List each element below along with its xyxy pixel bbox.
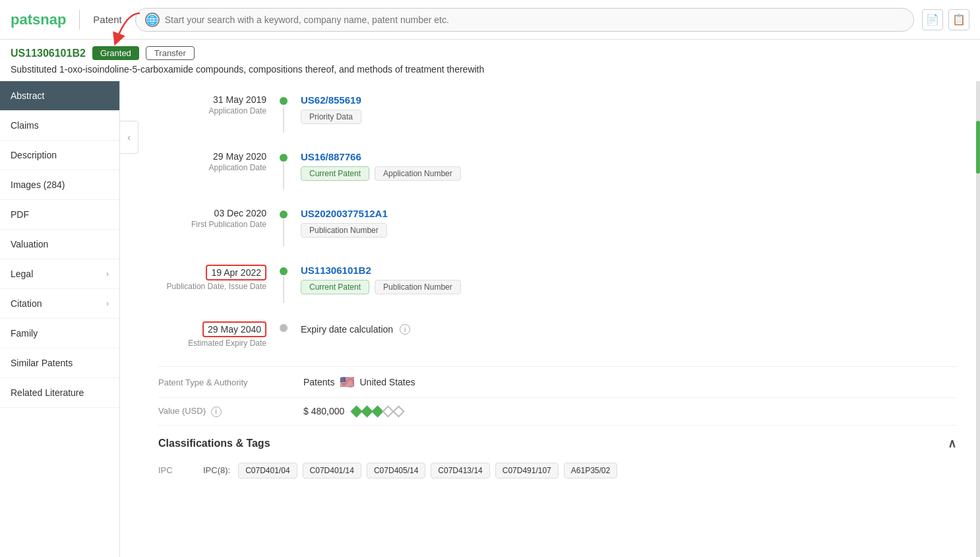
sidebar-item-legal[interactable]: Legal › (0, 259, 119, 289)
timeline-line (283, 163, 284, 189)
tag-row: Current Patent Publication Number (301, 280, 956, 294)
info-icon[interactable]: i (400, 324, 410, 335)
sidebar-item-label: Legal (11, 269, 33, 279)
ipc-tag[interactable]: C07D401/04 (238, 463, 297, 478)
value-label: Value (USD) i (158, 406, 290, 417)
sidebar-item-label: Similar Patents (11, 358, 73, 368)
tag-row: Current Patent Application Number (301, 166, 956, 181)
ipc-tag[interactable]: C07D491/107 (495, 463, 559, 478)
timeline-date-expiry-highlighted: 29 May 2040 (202, 321, 266, 337)
scroll-back-button[interactable]: ‹ (120, 121, 138, 154)
sidebar-item-abstract[interactable]: Abstract (0, 81, 119, 111)
timeline-date: 03 Dec 2020 (158, 208, 266, 218)
timeline-dot-area (277, 151, 290, 189)
expiry-text-row: Expiry date calculation i (301, 324, 956, 335)
timeline-dot (280, 267, 288, 275)
sidebar-item-claims[interactable]: Claims (0, 111, 119, 141)
search-area[interactable]: 🌐 (135, 8, 914, 32)
sidebar-item-family[interactable]: Family (0, 319, 119, 348)
tag-row: Priority Data (301, 110, 956, 124)
timeline-dot (280, 211, 288, 218)
timeline-id: US16/887766 (301, 151, 956, 162)
timeline-left: 03 Dec 2020 First Publication Date (158, 208, 277, 229)
tag-publication-number: Publication Number (301, 223, 387, 238)
logo[interactable]: patsnap (11, 11, 66, 28)
scrollbar-thumb[interactable] (976, 121, 980, 174)
timeline-left: 29 May 2020 Application Date (158, 151, 277, 172)
sidebar-item-label: PDF (11, 209, 29, 220)
value-text: $ 480,000 (303, 406, 344, 416)
timeline-line (283, 277, 284, 303)
classifications-section-header: Classifications & Tags ∧ (158, 425, 956, 459)
search-input[interactable] (165, 15, 904, 25)
timeline-item-expiry: 29 May 2040 Estimated Expiry Date Expiry… (158, 321, 956, 348)
timeline-label: Publication Date, Issue Date (158, 282, 266, 291)
main-layout: Abstract Claims Description Images (284)… (0, 81, 980, 557)
timeline-right: US62/855619 Priority Data (290, 94, 956, 124)
tag-application-number: Application Number (375, 166, 461, 181)
timeline-item: 19 Apr 2022 Publication Date, Issue Date… (158, 265, 956, 303)
sidebar-item-label: Valuation (11, 239, 48, 249)
timeline-dot (280, 154, 288, 162)
sidebar-item-description[interactable]: Description (0, 141, 119, 170)
timeline-item: 31 May 2019 Application Date US62/855619… (158, 94, 956, 133)
timeline-right: US11306101B2 Current Patent Publication … (290, 265, 956, 294)
expiry-label: Expiry date calculation (301, 324, 393, 335)
content-area: 31 May 2019 Application Date US62/855619… (138, 81, 976, 557)
header: patsnap Patent 🌐 📄 📋 (0, 0, 980, 40)
tag-current-patent: Current Patent (301, 280, 369, 294)
tag-publication-number: Publication Number (375, 280, 461, 294)
tag: Priority Data (301, 110, 361, 124)
timeline-item: 29 May 2020 Application Date US16/887766… (158, 151, 956, 189)
ipc-tag[interactable]: C07D401/14 (303, 463, 361, 478)
timeline-item: 03 Dec 2020 First Publication Date US202… (158, 208, 956, 246)
timeline-dot-area (277, 265, 290, 303)
sidebar-item-valuation[interactable]: Valuation (0, 230, 119, 259)
ipc-count-label: IPC(8): (203, 465, 230, 475)
timeline-date: 29 May 2020 (158, 151, 266, 162)
chevron-right-icon: › (106, 299, 109, 308)
timeline-dot-area (277, 321, 290, 332)
timeline-id: US62/855619 (301, 94, 956, 106)
timeline-id: US11306101B2 (301, 265, 956, 276)
timeline: 31 May 2019 Application Date US62/855619… (158, 94, 956, 348)
sidebar-item-pdf[interactable]: PDF (0, 200, 119, 230)
collapse-button[interactable]: ∧ (948, 436, 956, 451)
timeline-dot (280, 97, 288, 105)
value-info-icon[interactable]: i (211, 407, 222, 417)
timeline-dot-grey (280, 324, 288, 332)
value-diamonds (352, 407, 403, 416)
timeline-date-highlighted: 19 Apr 2022 (206, 265, 266, 280)
sidebar-item-similar-patents[interactable]: Similar Patents (0, 348, 119, 378)
ipc-tag[interactable]: A61P35/02 (564, 463, 617, 478)
timeline-right: US16/887766 Current Patent Application N… (290, 151, 956, 181)
header-actions: 📄 📋 (922, 9, 969, 30)
timeline-id: US20200377512A1 (301, 208, 956, 219)
sidebar-item-citation[interactable]: Citation › (0, 289, 119, 319)
timeline-line (283, 106, 284, 133)
nav-label: Patent (93, 14, 121, 25)
patent-type-label: Patent Type & Authority (158, 377, 290, 387)
timeline-right: Expiry date calculation i (290, 321, 956, 335)
ipc-label: IPC (158, 465, 198, 475)
right-scrollbar (976, 81, 980, 557)
ipc-tag[interactable]: C07D405/14 (367, 463, 425, 478)
pdf-download-button[interactable]: 📄 (922, 9, 943, 30)
tag-row: Publication Number (301, 223, 956, 238)
patent-title: Substituted 1-oxo-isoindoline-5-carboxam… (0, 63, 980, 81)
sub-header: US11306101B2 Granted Transfer (0, 40, 980, 63)
timeline-label: First Publication Date (158, 220, 266, 229)
globe-icon: 🌐 (145, 13, 160, 27)
patent-authority: United States (359, 377, 415, 387)
sidebar-item-label: Related Literature (11, 387, 84, 398)
timeline-date: 31 May 2019 (158, 94, 266, 105)
sidebar-item-label: Description (11, 150, 57, 160)
ipc-tag[interactable]: C07D413/14 (431, 463, 489, 478)
timeline-label: Estimated Expiry Date (158, 339, 266, 348)
sidebar-item-images[interactable]: Images (284) (0, 170, 119, 200)
transfer-badge[interactable]: Transfer (146, 46, 195, 60)
value-row: Value (USD) i $ 480,000 (158, 397, 956, 425)
copy-button[interactable]: 📋 (948, 9, 969, 30)
sidebar-item-related-literature[interactable]: Related Literature (0, 378, 119, 408)
chevron-right-icon: › (106, 269, 109, 278)
